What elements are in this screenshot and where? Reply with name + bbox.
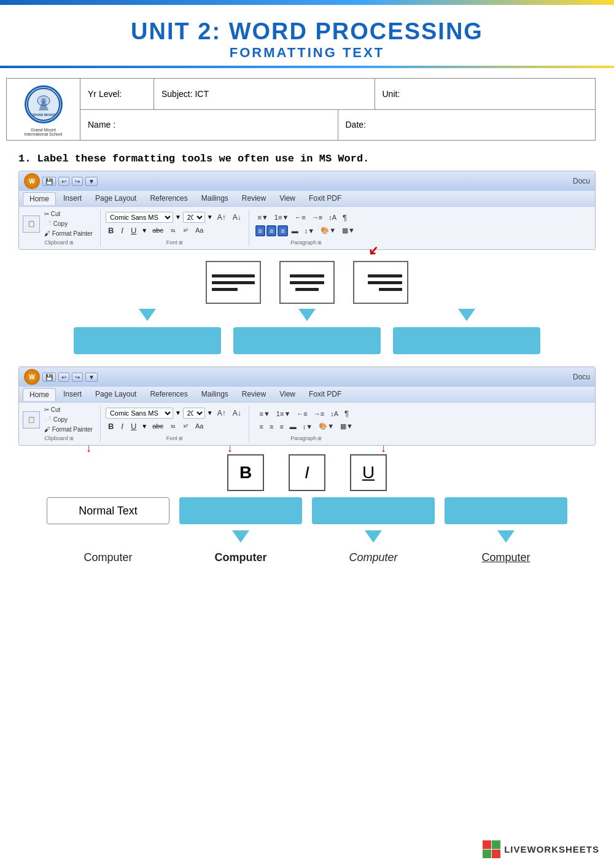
indent-btn2[interactable]: →≡ <box>311 409 327 419</box>
bottom-bar <box>0 66 614 68</box>
font-size-select2[interactable]: 20 <box>183 408 205 419</box>
lws-green-square <box>492 840 500 849</box>
numbering-btn2[interactable]: 1≡▼ <box>274 409 293 419</box>
shading-btn2[interactable]: 🎨▼ <box>316 421 336 432</box>
grow-font-btn2[interactable]: A↑ <box>215 408 228 419</box>
strikethrough-btn[interactable]: abc <box>150 225 166 235</box>
align-left-btn2[interactable]: ≡ <box>257 422 266 432</box>
superscript-btn2[interactable]: x² <box>181 422 190 430</box>
font-name-select[interactable]: Comic Sans MS <box>106 212 173 223</box>
answer-box-2[interactable] <box>233 327 381 354</box>
shrink-font-btn[interactable]: A↓ <box>230 212 244 223</box>
tab2-foxit[interactable]: Foxit PDF <box>303 388 348 401</box>
qa-undo2[interactable]: ↩ <box>58 373 69 382</box>
tab-mailings[interactable]: Mailings <box>195 192 235 205</box>
italic-btn2[interactable]: I <box>119 420 126 432</box>
tab2-references[interactable]: References <box>144 388 193 401</box>
shading-btn[interactable]: 🎨▼ <box>318 225 338 236</box>
toolbar1-ribbon: 📋 ✂ Cut 📄 Copy 🖌 Format Painter Clipboar… <box>19 206 595 249</box>
biu-arrow-italic <box>312 530 435 543</box>
size-arrow2: ▼ <box>207 409 213 416</box>
tab-page-layout[interactable]: Page Layout <box>89 192 142 205</box>
lws-logo: LIVEWORKSHEETS <box>483 840 599 858</box>
office-button[interactable]: W <box>24 173 40 189</box>
answer-box-3[interactable] <box>393 327 540 354</box>
show-marks-btn[interactable]: ¶ <box>340 212 349 223</box>
border-btn[interactable]: ▦▼ <box>340 225 357 236</box>
sample-box-bold[interactable] <box>179 497 302 524</box>
tab2-insert[interactable]: Insert <box>57 388 88 401</box>
paragraph-btns: ≡▼ 1≡▼ ←≡ →≡ ↕A ¶ ≡ ≡ ≡ ▬ ↕▼ 🎨▼ ▦ <box>255 209 357 238</box>
tab2-home[interactable]: Home <box>23 388 56 401</box>
superscript-btn[interactable]: x² <box>181 226 190 234</box>
line-spacing-btn[interactable]: ↕▼ <box>302 226 317 236</box>
strikethrough-btn2[interactable]: abc <box>150 421 166 431</box>
change-case-btn[interactable]: Aa <box>193 225 206 235</box>
tab2-review[interactable]: Review <box>236 388 272 401</box>
sample-box-underline[interactable] <box>445 497 567 524</box>
tab2-mailings[interactable]: Mailings <box>195 388 235 401</box>
bullets-btn2[interactable]: ≡▼ <box>257 409 273 419</box>
align-center-btn2[interactable]: ≡ <box>267 422 276 432</box>
qa-dropdown[interactable]: ▼ <box>85 177 98 186</box>
cut-btn2[interactable]: ✂ Cut <box>42 405 95 414</box>
tab-view[interactable]: View <box>273 192 301 205</box>
font-name-select2[interactable]: Comic Sans MS <box>106 408 173 419</box>
bold-btn[interactable]: B <box>106 225 116 236</box>
tab2-page-layout[interactable]: Page Layout <box>89 388 142 401</box>
tab-home[interactable]: Home <box>23 192 56 205</box>
align-right-btn2[interactable]: ≡ <box>277 422 286 432</box>
clipboard-group2: 📋 ✂ Cut 📄 Copy 🖌 Format Painter Clipboar… <box>21 405 101 443</box>
shrink-font-btn2[interactable]: A↓ <box>230 408 244 419</box>
qa-icon-redo[interactable]: ↪ <box>72 177 83 186</box>
align-right-btn[interactable]: ≡ <box>278 225 287 236</box>
clipboard-btns2: 📋 ✂ Cut 📄 Copy 🖌 Format Painter <box>23 405 95 434</box>
font-size-select[interactable]: 20 <box>183 212 205 223</box>
tab-references[interactable]: References <box>144 192 193 205</box>
sort-btn[interactable]: ↕A <box>326 212 339 222</box>
tab-foxit[interactable]: Foxit PDF <box>303 192 348 205</box>
tab-review[interactable]: Review <box>236 192 272 205</box>
border-btn2[interactable]: ▦▼ <box>338 421 356 432</box>
qa-save2[interactable]: 💾 <box>42 373 56 382</box>
format-painter-btn2[interactable]: 🖌 Format Painter <box>42 425 95 434</box>
bold-btn2[interactable]: B <box>106 420 116 432</box>
arrows-row1 <box>18 309 596 321</box>
line-spacing-btn2[interactable]: ↕▼ <box>300 422 315 432</box>
align-left-btn[interactable]: ≡ <box>255 225 265 236</box>
font-label2: Font ⊞ <box>166 435 183 441</box>
justify-btn2[interactable]: ▬ <box>287 422 299 432</box>
indent-btn[interactable]: →≡ <box>309 212 325 222</box>
cut-btn[interactable]: ✂ Cut <box>42 209 95 219</box>
copy-btn2[interactable]: 📄 Copy <box>42 415 95 424</box>
qa-redo2[interactable]: ↪ <box>72 373 83 382</box>
justify-btn[interactable]: ▬ <box>289 226 301 236</box>
subscript-btn2[interactable]: x₂ <box>168 422 179 430</box>
italic-btn[interactable]: I <box>119 225 126 236</box>
copy-btn[interactable]: 📄 Copy <box>42 219 95 228</box>
change-case-btn2[interactable]: Aa <box>193 421 206 431</box>
format-painter-btn[interactable]: 🖌 Format Painter <box>42 229 95 238</box>
bullets-btn[interactable]: ≡▼ <box>255 212 271 222</box>
underline-btn2[interactable]: U <box>128 420 139 432</box>
numbering-btn[interactable]: 1≡▼ <box>272 212 291 222</box>
subscript-btn[interactable]: x₂ <box>168 226 179 234</box>
decrease-indent-btn2[interactable]: ←≡ <box>294 409 309 419</box>
office-button2[interactable]: W <box>24 369 40 385</box>
decrease-indent-btn[interactable]: ←≡ <box>292 212 308 222</box>
grow-font-btn[interactable]: A↑ <box>215 212 228 223</box>
biu-arrow-underline <box>445 530 567 543</box>
tab2-view[interactable]: View <box>273 388 301 401</box>
underline-btn[interactable]: U <box>128 225 139 236</box>
qa-icon-undo[interactable]: ↩ <box>58 177 69 186</box>
clipboard-btns: 📋 ✂ Cut 📄 Copy 🖌 Format Painter <box>23 209 95 238</box>
align-center-btn[interactable]: ≡ <box>266 225 276 236</box>
right-align-box <box>353 261 408 304</box>
show-marks-btn2[interactable]: ¶ <box>342 408 351 419</box>
qa-drop2[interactable]: ▼ <box>85 373 98 382</box>
qa-icon-save[interactable]: 💾 <box>42 177 56 186</box>
sample-box-italic[interactable] <box>312 497 435 524</box>
sort-btn2[interactable]: ↕A <box>328 409 341 419</box>
answer-box-1[interactable] <box>74 327 221 354</box>
tab-insert[interactable]: Insert <box>57 192 88 205</box>
